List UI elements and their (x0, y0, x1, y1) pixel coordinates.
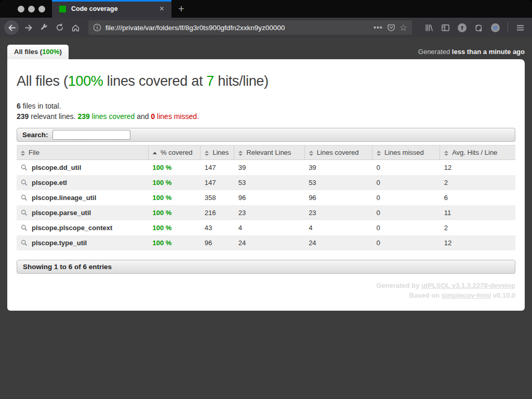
wrench-button[interactable] (36, 20, 52, 35)
tab-close-icon[interactable]: × (157, 4, 166, 14)
toolbar-extension-icons (417, 22, 528, 33)
close-window-button[interactable] (18, 6, 24, 12)
minimize-window-button[interactable] (28, 6, 35, 12)
lines-cell: 96 (201, 235, 234, 250)
menu-hamburger-icon[interactable] (516, 23, 525, 32)
sort-asc-icon (153, 152, 157, 154)
lines-covered-cell: 39 (304, 160, 372, 176)
swirl-icon (491, 23, 500, 32)
avg-hits-cell: 12 (440, 160, 515, 176)
file-name-cell[interactable]: plscope.parse_util (17, 205, 149, 220)
percent-covered-cell: 100 % (149, 190, 201, 205)
lines-missed-cell: 0 (372, 235, 440, 250)
col-header-lines-covered[interactable]: Lines covered (304, 145, 372, 160)
browser-tab-active[interactable]: Code coverage × (52, 0, 171, 18)
magnifier-icon (21, 240, 28, 246)
relevant-lines-cell: 4 (234, 220, 304, 235)
table-row[interactable]: plscope.etl 100 % 147 53 53 0 2 (17, 175, 515, 190)
sidebar-toggle-icon[interactable] (441, 23, 450, 32)
avg-hits-cell: 12 (440, 235, 515, 250)
page-actions-icon[interactable]: ••• (374, 23, 383, 32)
lines-cell: 43 (201, 220, 234, 235)
site-info-icon[interactable] (93, 23, 101, 32)
title-post: hits/line) (214, 73, 269, 89)
onepassword-extension-icon[interactable] (458, 23, 467, 32)
coverage-table: File % covered Lines Relevant Lines Line… (17, 145, 515, 250)
col-header-avg-hits[interactable]: Avg. Hits / Line (440, 145, 515, 160)
reload-button[interactable] (52, 20, 68, 35)
magnifier-icon (21, 194, 28, 201)
sort-icon (205, 151, 209, 156)
magnifier-icon (21, 224, 28, 231)
lines-stats-line: 239 relevant lines. 239 lines covered an… (17, 111, 515, 122)
all-files-tab[interactable]: All files (100%) (7, 45, 69, 59)
lines-covered-cell: 4 (304, 220, 372, 235)
title-hits: 7 (206, 73, 214, 89)
avg-hits-cell: 2 (440, 175, 515, 190)
page-content: All files (100%) Generated less than a m… (0, 37, 532, 399)
magnifier-icon (21, 179, 28, 186)
coverage-stats: 6 files in total. 239 relevant lines. 23… (17, 101, 515, 122)
url-text[interactable]: file:///private/var/folders/lf/8g3r0ts90… (105, 24, 369, 32)
utplsql-link[interactable]: utPLSQL v3.1.3.2278-develop (421, 282, 515, 289)
table-row[interactable]: plscope.lineage_util 100 % 358 96 96 0 6 (17, 190, 515, 205)
percent-covered-cell: 100 % (149, 235, 201, 250)
address-bar[interactable]: file:///private/var/folders/lf/8g3r0ts90… (88, 20, 412, 35)
magnifier-icon (21, 209, 28, 216)
macos-traffic-lights (0, 0, 52, 18)
relevant-lines-cell: 39 (234, 160, 304, 176)
simplecov-html-link[interactable]: simplecov-html (442, 291, 491, 299)
title-pre: All files ( (17, 73, 68, 89)
lines-cell: 147 (201, 175, 234, 190)
lines-covered-cell: 23 (304, 205, 372, 220)
col-header-file[interactable]: File (17, 145, 149, 160)
avg-hits-cell: 6 (440, 190, 515, 205)
lines-missed-cell: 0 (372, 205, 440, 220)
lines-cell: 358 (201, 190, 234, 205)
relevant-lines-cell: 24 (234, 235, 304, 250)
lines-missed-cell: 0 (372, 175, 440, 190)
file-name-cell[interactable]: plscope.etl (17, 175, 149, 190)
new-tab-button[interactable]: + (171, 0, 191, 18)
home-icon (71, 23, 80, 32)
table-row[interactable]: plscope.parse_util 100 % 216 23 23 0 11 (17, 205, 515, 220)
pocket-icon[interactable] (387, 23, 395, 32)
col-header-relevant-lines[interactable]: Relevant Lines (234, 145, 304, 160)
toolbar-separator (508, 22, 508, 33)
home-button[interactable] (68, 20, 83, 35)
back-button[interactable] (4, 20, 19, 35)
percent-covered-cell: 100 % (149, 160, 201, 176)
generated-label: Generated (418, 48, 452, 56)
file-name-cell[interactable]: plscope.dd_util (17, 160, 149, 176)
file-name-cell[interactable]: plscope.lineage_util (17, 190, 149, 205)
table-row[interactable]: plscope.type_util 100 % 96 24 24 0 12 (17, 235, 515, 250)
lines-covered-cell: 24 (304, 235, 372, 250)
bookmark-star-icon[interactable]: ☆ (400, 23, 407, 32)
title-mid: lines covered at (103, 73, 207, 89)
col-header-lines[interactable]: Lines (201, 145, 234, 160)
relevant-lines-cell: 96 (234, 190, 304, 205)
search-label: Search: (22, 131, 48, 139)
blue-swirl-extension-icon[interactable] (491, 23, 500, 32)
lines-missed-cell: 0 (372, 190, 440, 205)
file-name-cell[interactable]: plscope.plscope_context (17, 220, 149, 235)
zoom-window-button[interactable] (38, 6, 45, 12)
generated-value: less than a minute ago (452, 48, 525, 56)
lines-cell: 216 (201, 205, 234, 220)
all-files-tab-label-close: ) (59, 48, 61, 56)
all-files-tab-label: All files ( (14, 48, 42, 56)
table-row[interactable]: plscope.plscope_context 100 % 43 4 4 0 2 (17, 220, 515, 235)
forward-button[interactable] (21, 20, 36, 35)
col-header-percent-covered[interactable]: % covered (149, 145, 201, 160)
search-input[interactable] (52, 130, 130, 140)
evernote-extension-icon[interactable] (474, 23, 483, 32)
browser-window: Code coverage × + file:///private/var/fo… (0, 0, 532, 399)
all-files-tab-percent: 100% (42, 48, 59, 56)
sort-icon (309, 151, 313, 156)
file-name-cell[interactable]: plscope.type_util (17, 235, 149, 250)
library-icon[interactable] (424, 23, 433, 32)
coverage-card: All files (100% lines covered at 7 hits/… (7, 59, 525, 311)
col-header-lines-missed[interactable]: Lines missed (372, 145, 440, 160)
generated-timestamp: Generated less than a minute ago (418, 48, 525, 59)
table-row[interactable]: plscope.dd_util 100 % 147 39 39 0 12 (17, 160, 515, 176)
